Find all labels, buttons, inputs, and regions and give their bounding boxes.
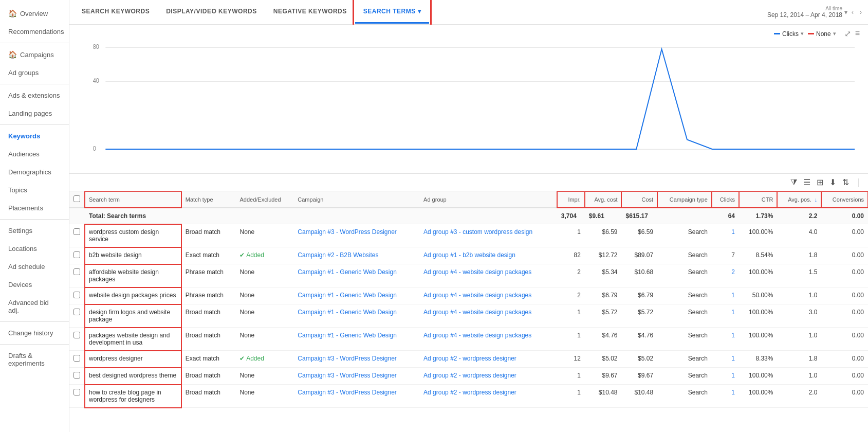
row-1-added: ✔ Added (235, 247, 293, 264)
sidebar-item-audiences[interactable]: Audiences (0, 145, 69, 163)
col-header-ctr[interactable]: CTR (739, 191, 777, 208)
row-4-avgpos: 3.0 (777, 304, 821, 328)
row-2-campaign[interactable]: Campaign #1 - Generic Web Design (293, 264, 419, 287)
sidebar-item-demographics[interactable]: Demographics (0, 163, 69, 181)
row-0-ctr: 100.00% (739, 224, 777, 247)
row-2-avgcost: $5.34 (585, 264, 622, 287)
date-prev-icon[interactable]: ‹ (849, 8, 856, 17)
col-header-camptype[interactable]: Campaign type (657, 191, 712, 208)
row-0-checkbox[interactable] (73, 228, 80, 235)
col-header-impr[interactable]: Impr. (557, 191, 585, 208)
row-0-match-type: Broad match (181, 224, 236, 247)
row-5-adgroup[interactable]: Ad group #4 - website design packages (419, 328, 557, 351)
sidebar-item-landing[interactable]: Landing pages (0, 104, 69, 122)
tab-search-terms[interactable]: SEARCH TERMS ▾ (355, 1, 430, 24)
sidebar-item-drafts[interactable]: Drafts & experiments (0, 347, 69, 372)
row-4-cost: $5.72 (621, 304, 657, 328)
row-5-avgcost: $4.76 (585, 328, 622, 351)
row-4-camptype: Search (657, 304, 712, 328)
row-6-ctr: 8.33% (739, 351, 777, 368)
sidebar-item-overview[interactable]: 🏠 Overview (0, 4, 69, 23)
sidebar-item-advancedbid[interactable]: Advanced bid adj. (0, 294, 69, 319)
sidebar-item-ads[interactable]: Ads & extensions (0, 86, 69, 104)
legend-none-dropdown[interactable]: ▾ (833, 30, 836, 37)
row-4-adgroup[interactable]: Ad group #4 - website design packages (419, 304, 557, 328)
row-2-checkbox[interactable] (73, 268, 80, 275)
campaigns-icon: 🏠 (8, 50, 17, 59)
col-header-conversions[interactable]: Conversions (821, 191, 868, 208)
row-0-campaign[interactable]: Campaign #3 - WordPress Designer (293, 224, 419, 247)
row-5-camptype: Search (657, 328, 712, 351)
row-5-campaign[interactable]: Campaign #1 - Generic Web Design (293, 328, 419, 351)
col-header-added[interactable]: Added/Excluded (235, 191, 293, 208)
sidebar-item-devices[interactable]: Devices (0, 276, 69, 294)
row-6-campaign[interactable]: Campaign #3 - WordPress Designer (293, 351, 419, 368)
row-1-adgroup[interactable]: Ad group #1 - b2b website design (419, 247, 557, 264)
row-7-checkbox[interactable] (73, 372, 80, 379)
columns-icon[interactable]: ⊞ (817, 177, 823, 187)
row-2-impr: 2 (557, 264, 585, 287)
menu-lines-icon[interactable]: ☰ (803, 177, 810, 187)
legend-clicks-dropdown[interactable]: ▾ (801, 30, 804, 37)
col-header-adgroup[interactable]: Ad group (419, 191, 557, 208)
row-5-search-term: packages website design and development … (85, 328, 181, 351)
expand-icon[interactable]: ⤢ (844, 29, 851, 39)
filter-icon[interactable]: ⧩ (790, 178, 797, 187)
sidebar-item-locations[interactable]: Locations (0, 240, 69, 258)
sidebar-item-adgroups[interactable]: Ad groups (0, 64, 69, 82)
row-2-camptype: Search (657, 264, 712, 287)
row-0-clicks: 1 (712, 224, 739, 247)
row-1-checkbox[interactable] (73, 251, 80, 258)
row-6-checkbox[interactable] (73, 355, 80, 362)
row-4-campaign[interactable]: Campaign #1 - Generic Web Design (293, 304, 419, 328)
chart-icon-group: ⤢ ≡ (844, 29, 860, 39)
sidebar-item-changehistory[interactable]: Change history (0, 324, 69, 342)
col-header-match-type[interactable]: Match type (181, 191, 236, 208)
col-header-avgpos[interactable]: Avg. pos. ↓ (777, 191, 821, 208)
col-header-campaign[interactable]: Campaign (293, 191, 419, 208)
sidebar-item-recommendations[interactable]: Recommendations (0, 23, 69, 41)
sidebar-item-adschedule[interactable]: Ad schedule (0, 258, 69, 276)
col-header-cost[interactable]: Cost (621, 191, 657, 208)
row-2-adgroup[interactable]: Ad group #4 - website design packages (419, 264, 557, 287)
download-icon[interactable]: ⬇ (829, 177, 836, 187)
sidebar-item-settings[interactable]: Settings (0, 222, 69, 240)
sidebar-item-keywords[interactable]: Keywords (0, 127, 69, 145)
row-8-checkbox[interactable] (73, 389, 80, 395)
tab-display-video[interactable]: DISPLAY/VIDEO KEYWORDS (158, 1, 265, 24)
row-1-campaign[interactable]: Campaign #2 - B2B Websites (293, 247, 419, 264)
date-dropdown-icon[interactable]: ▾ (844, 9, 847, 16)
row-3-adgroup[interactable]: Ad group #4 - website design packages (419, 287, 557, 304)
date-next-icon[interactable]: › (858, 8, 864, 17)
settings-lines-icon[interactable]: ≡ (855, 29, 860, 39)
row-8-adgroup[interactable]: Ad group #2 - wordpress designer (419, 385, 557, 408)
sidebar-item-placements[interactable]: Placements (0, 199, 69, 217)
row-6-avgpos: 1.8 (777, 351, 821, 368)
row-7-campaign[interactable]: Campaign #3 - WordPress Designer (293, 368, 419, 385)
row-8-search-term: how to create blog page in wordpress for… (85, 385, 181, 408)
sidebar-item-topics[interactable]: Topics (0, 181, 69, 199)
select-all-checkbox[interactable] (73, 195, 80, 202)
row-8-campaign[interactable]: Campaign #3 - WordPress Designer (293, 385, 419, 408)
row-7-match-type: Broad match (181, 368, 236, 385)
col-header-clicks[interactable]: Clicks (712, 191, 739, 208)
row-7-avgpos: 1.0 (777, 368, 821, 385)
svg-text:40: 40 (93, 78, 99, 84)
legend-none[interactable]: None ▾ (808, 30, 836, 38)
row-6-adgroup[interactable]: Ad group #2 - wordpress designer (419, 351, 557, 368)
col-header-checkbox[interactable] (69, 191, 85, 208)
row-3-campaign[interactable]: Campaign #1 - Generic Web Design (293, 287, 419, 304)
col-header-search-term[interactable]: Search term (85, 191, 181, 208)
row-0-adgroup[interactable]: Ad group #3 - custom wordpress design (419, 224, 557, 247)
row-5-checkbox[interactable] (73, 332, 80, 338)
adjust-icon[interactable]: ⇅ (842, 177, 849, 187)
row-3-checkbox[interactable] (73, 292, 80, 298)
col-header-avgcost[interactable]: Avg. cost (585, 191, 622, 208)
row-7-adgroup[interactable]: Ad group #2 - wordpress designer (419, 368, 557, 385)
tab-search-keywords[interactable]: SEARCH KEYWORDS (73, 1, 158, 24)
legend-clicks[interactable]: Clicks ▾ (774, 30, 804, 38)
row-1-cost: $89.07 (621, 247, 657, 264)
sidebar-item-campaigns[interactable]: 🏠 Campaigns (0, 45, 69, 64)
row-4-checkbox[interactable] (73, 309, 80, 315)
tab-negative-keywords[interactable]: NEGATIVE KEYWORDS (265, 1, 355, 24)
